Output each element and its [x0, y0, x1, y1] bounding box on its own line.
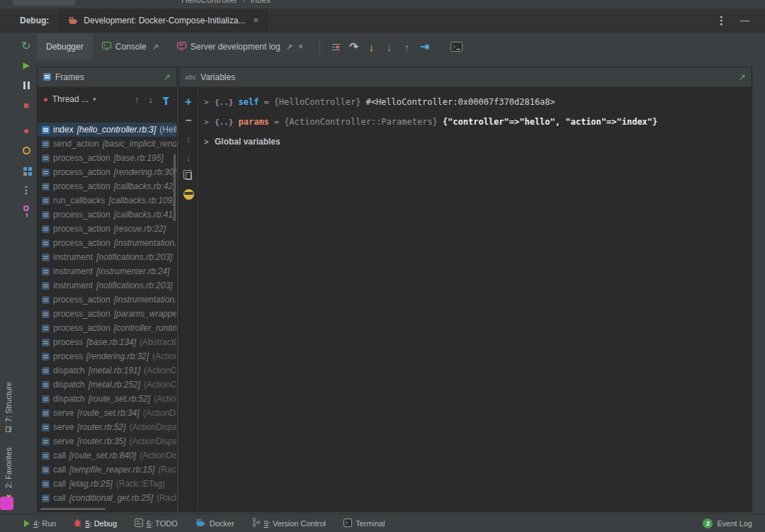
expand-chevron-icon[interactable]: >: [204, 98, 210, 106]
open-in-new-window-icon[interactable]: ↗: [164, 72, 171, 82]
resume-icon[interactable]: ▶: [17, 55, 35, 75]
variable-value: {"controller"=>"hello", "action"=>"index…: [443, 117, 657, 127]
status-item-label: 6: TODO: [147, 519, 178, 528]
filter-icon[interactable]: [162, 97, 169, 101]
frame-up-icon[interactable]: ↑: [135, 94, 140, 105]
frame-row[interactable]: dispatch[route_set.rb:52](ActionDispatch…: [38, 392, 176, 406]
vertical-scrollbar[interactable]: [174, 154, 176, 221]
step-over-icon[interactable]: ↷: [345, 38, 363, 55]
stack-frame-icon: [42, 126, 50, 134]
show-execution-point-icon[interactable]: [327, 38, 345, 55]
toolwindow-button-structure[interactable]: 7: Structure: [0, 375, 17, 439]
frame-row[interactable]: dispatch[metal.rb:191](ActionController:…: [38, 363, 176, 378]
breadcrumb-controller[interactable]: HelloController: [181, 0, 237, 5]
frame-row[interactable]: serve[route_set.rb:34](ActionDispatch::R…: [38, 406, 176, 420]
status-item-debug[interactable]: 5: Debug: [74, 519, 117, 528]
frame-row[interactable]: process[rendering.rb:32](ActionControlle…: [38, 349, 176, 363]
rerun-icon[interactable]: ↻: [17, 35, 35, 55]
frame-row[interactable]: instrument[notifications.rb:203]: [38, 278, 176, 293]
frame-row[interactable]: call[route_set.rb:840](ActionDispatch::R…: [38, 448, 176, 463]
horizontal-scrollbar[interactable]: [40, 508, 106, 510]
event-log-button[interactable]: 2 Event Log: [703, 519, 752, 528]
tab-console[interactable]: Console ↗: [93, 33, 168, 60]
frame-row[interactable]: dispatch[metal.rb:252](ActionController:…: [38, 378, 176, 392]
frame-row[interactable]: call[tempfile_reaper.rb:15](Rack::Tempfi…: [38, 463, 176, 477]
pin-icon[interactable]: [17, 200, 35, 220]
tab-debugger[interactable]: Debugger: [37, 33, 93, 60]
thread-dropdown[interactable]: Thread ...: [52, 94, 89, 104]
variable-value: #<HelloController:0x00007f370d2816a8>: [366, 97, 555, 107]
pink-square-icon[interactable]: [0, 497, 13, 510]
status-item-run[interactable]: 4: Run: [24, 519, 56, 528]
copy-icon[interactable]: [179, 166, 198, 185]
frame-row[interactable]: run_callbacks[callbacks.rb:109]: [38, 193, 176, 208]
move-up-icon[interactable]: ↑: [179, 130, 198, 148]
step-into-icon[interactable]: ↓: [363, 38, 380, 55]
chevron-down-icon[interactable]: ▾: [93, 96, 96, 103]
expand-chevron-icon[interactable]: >: [204, 118, 210, 126]
close-icon[interactable]: ×: [253, 15, 259, 26]
frame-row[interactable]: process_action[rendering.rb:30]: [38, 165, 176, 179]
frame-row[interactable]: process_action[instrumentation.rb:34]: [38, 236, 176, 250]
view-breakpoints-icon[interactable]: [17, 160, 35, 180]
frame-down-icon[interactable]: ↓: [149, 94, 154, 105]
remove-watch-icon[interactable]: −: [179, 111, 198, 130]
variable-name: self: [239, 97, 259, 107]
docker-icon: [196, 519, 206, 528]
global-variables-row[interactable]: > Global variables: [204, 132, 752, 152]
pause-icon[interactable]: [17, 75, 35, 95]
frame-row[interactable]: call[conditional_get.rb:25](Rack::Condit…: [38, 491, 176, 505]
more-actions-icon[interactable]: ⋮: [17, 180, 35, 200]
more-options-icon[interactable]: ⋮: [716, 14, 727, 27]
move-down-icon[interactable]: ↓: [179, 148, 198, 166]
global-variables-label: Global variables: [215, 137, 280, 147]
run-config-tab[interactable]: Development: Docker-Compose-Initializa..…: [59, 9, 268, 32]
frame-row[interactable]: process_action[callbacks.rb:42]: [38, 179, 176, 193]
breadcrumb-action[interactable]: index: [250, 0, 271, 5]
variables-icon: abc: [185, 74, 196, 81]
toolbar-separator: [319, 39, 320, 55]
status-item-versioncontrol[interactable]: 9: Version Control: [252, 518, 326, 528]
frame-row[interactable]: process_action[callbacks.rb:41]: [38, 208, 176, 222]
step-out-icon[interactable]: ↑: [398, 38, 416, 55]
variables-toolbar: + − ↑ ↓: [179, 87, 198, 511]
run-to-cursor-icon[interactable]: ⇥: [416, 38, 434, 55]
open-in-new-window-icon[interactable]: ↗: [739, 72, 746, 82]
stack-frame-icon: [42, 254, 50, 261]
close-icon[interactable]: ×: [298, 42, 303, 52]
force-step-into-icon[interactable]: ↓: [380, 38, 398, 55]
stop-icon[interactable]: ■: [17, 95, 35, 115]
status-item-docker[interactable]: Docker: [196, 519, 234, 528]
frame-row[interactable]: instrument[instrumenter.rb:24]: [38, 264, 176, 278]
frame-row[interactable]: process_action[instrumentation.rb:32]: [38, 293, 176, 307]
frame-row[interactable]: process_action[base.rb:195]: [38, 151, 176, 165]
frame-row[interactable]: instrument[notifications.rb:203]: [38, 250, 176, 264]
variable-row[interactable]: >{..}params={ActionController::Parameter…: [204, 112, 752, 132]
external-link-icon[interactable]: ↗: [152, 43, 159, 52]
frame-row[interactable]: send_action[basic_implicit_render.rb:6]: [38, 137, 176, 151]
expand-chevron-icon[interactable]: >: [204, 137, 210, 146]
variable-row[interactable]: >{..}self={HelloController}#<HelloContro…: [204, 92, 752, 112]
add-watch-icon[interactable]: +: [179, 93, 198, 111]
frame-row[interactable]: process_action[params_wrapper.rb:245]: [38, 307, 176, 321]
mute-breakpoints-icon[interactable]: [17, 140, 35, 160]
status-item-terminal[interactable]: Terminal: [344, 519, 385, 528]
todo-icon: [135, 519, 143, 528]
top-strip: HelloController›index: [0, 0, 765, 9]
status-item-todo[interactable]: 6: TODO: [135, 519, 178, 528]
frame-row[interactable]: process_action[controller_runtime.rb:13]: [38, 321, 176, 335]
external-link-icon[interactable]: ↗: [286, 43, 293, 52]
frame-row[interactable]: serve[router.rb:52](ActionDispatch::Jour…: [38, 420, 176, 434]
tab-server-log[interactable]: Server development log ↗ ×: [168, 33, 312, 60]
frame-row[interactable]: process_action[rescue.rb:22]: [38, 222, 176, 236]
evaluate-expression-icon[interactable]: [448, 38, 465, 55]
frame-row[interactable]: process[base.rb:134](AbstractController:…: [38, 335, 176, 349]
stack-frame-icon: [42, 353, 50, 361]
breakpoint-icon[interactable]: ●: [17, 120, 35, 140]
frames-icon: [43, 73, 51, 81]
frame-row[interactable]: serve[router.rb:35](ActionDispatch::Jour…: [38, 434, 176, 448]
frame-row[interactable]: index[hello_controller.rb:3](HelloContro…: [38, 123, 176, 137]
frame-row[interactable]: call[etag.rb:25](Rack::ETag): [38, 477, 176, 491]
hide-toolwindow-icon[interactable]: —: [740, 15, 749, 26]
glasses-icon[interactable]: [179, 185, 198, 203]
